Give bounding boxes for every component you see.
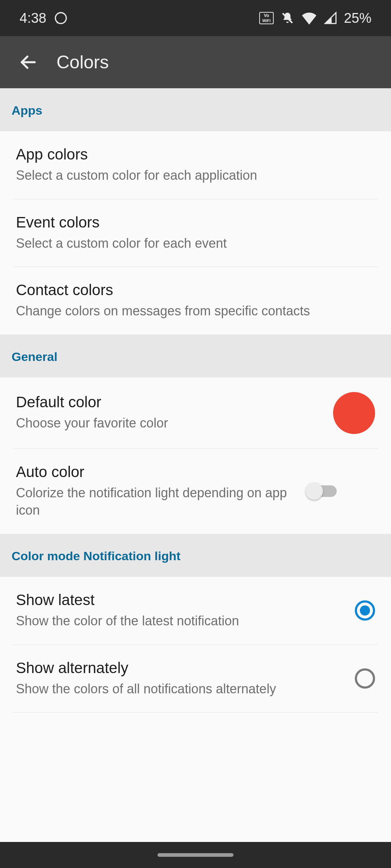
signal-icon — [324, 12, 337, 25]
item-event-colors[interactable]: Event colors Select a custom color for e… — [0, 199, 391, 267]
section-header-color-mode: Color mode Notification light — [0, 534, 391, 577]
radio-show-latest[interactable] — [355, 600, 375, 621]
battery-text: 25% — [344, 10, 371, 26]
back-button[interactable] — [11, 45, 46, 80]
status-bar: 4:38 Vo WiFi — [0, 0, 391, 36]
item-app-colors[interactable]: App colors Select a custom color for eac… — [0, 131, 391, 199]
item-subtitle: Show the color of the latest notificatio… — [16, 612, 355, 630]
item-subtitle: Select a custom color for each applicati… — [16, 167, 375, 184]
item-subtitle: Select a custom color for each event — [16, 235, 375, 252]
svg-text:WiFi: WiFi — [262, 18, 270, 23]
page-title: Colors — [56, 52, 109, 73]
dnd-icon — [280, 11, 295, 25]
navigation-bar — [0, 842, 391, 868]
section-header-general: General — [0, 335, 391, 378]
item-default-color[interactable]: Default color Choose your favorite color — [0, 378, 391, 448]
item-title: Show latest — [16, 591, 355, 609]
vowifi-icon: Vo WiFi — [259, 12, 274, 24]
item-title: Auto color — [16, 463, 306, 481]
home-pill[interactable] — [157, 853, 234, 857]
status-time: 4:38 — [20, 10, 46, 26]
whatsapp-icon — [54, 11, 68, 25]
arrow-left-icon — [18, 52, 38, 72]
item-title: Event colors — [16, 214, 375, 231]
section-header-apps: Apps — [0, 88, 391, 131]
divider — [13, 712, 378, 712]
item-title: Contact colors — [16, 281, 375, 299]
auto-color-switch[interactable] — [306, 483, 337, 499]
app-bar: Colors — [0, 36, 391, 88]
wifi-icon — [301, 12, 317, 25]
switch-thumb — [306, 482, 323, 500]
item-subtitle: Choose your favorite color — [16, 414, 324, 432]
svg-text:Vo: Vo — [264, 13, 269, 18]
item-title: Show alternately — [16, 659, 355, 677]
item-subtitle: Colorize the notification light dependin… — [16, 484, 306, 519]
item-show-alternately[interactable]: Show alternately Show the colors of all … — [0, 645, 391, 712]
item-title: App colors — [16, 146, 375, 163]
color-swatch[interactable] — [333, 392, 375, 434]
item-subtitle: Show the colors of all notifications alt… — [16, 680, 355, 698]
radio-show-alternately[interactable] — [355, 668, 375, 689]
item-title: Default color — [16, 393, 324, 411]
item-auto-color[interactable]: Auto color Colorize the notification lig… — [0, 449, 391, 534]
item-contact-colors[interactable]: Contact colors Change colors on messages… — [0, 267, 391, 335]
item-show-latest[interactable]: Show latest Show the color of the latest… — [0, 577, 391, 644]
item-subtitle: Change colors on messages from specific … — [16, 302, 375, 320]
